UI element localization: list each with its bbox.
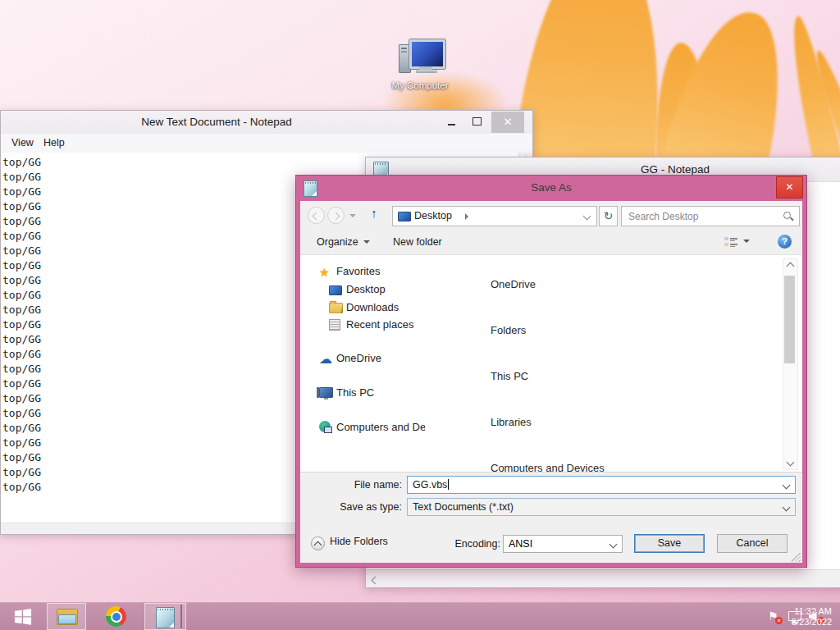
encoding-dropdown-icon[interactable] — [609, 541, 618, 549]
action-center-flag-icon[interactable]: ⚑ — [768, 609, 778, 623]
file-browser-body: ★Favorites Desktop Downloads Recent plac… — [300, 254, 802, 472]
new-folder-button[interactable]: New folder — [393, 236, 442, 248]
downloads-icon — [329, 303, 343, 313]
clock-date: 5/23/2022 — [792, 617, 832, 628]
breadcrumb-chevron-icon[interactable] — [465, 213, 468, 220]
group-computers-devices[interactable]: Computers and Devices — [491, 462, 605, 472]
group-onedrive[interactable]: OneDrive — [491, 278, 536, 290]
clock-time: 11:32 AM — [792, 606, 832, 617]
address-dropdown-icon[interactable] — [583, 212, 591, 221]
save-as-dialog: Save As ↑ Desktop ↻ Organize New folder — [295, 175, 807, 568]
monitor-icon — [329, 285, 342, 295]
file-name-label: File name: — [300, 479, 402, 491]
group-folders[interactable]: Folders — [491, 324, 526, 336]
search-icon — [783, 212, 793, 221]
windows-logo-icon — [14, 608, 32, 626]
taskbar-clock[interactable]: 11:32 AM 5/23/2022 — [792, 606, 832, 628]
views-icon[interactable] — [724, 236, 737, 247]
history-dropdown-icon[interactable] — [349, 214, 356, 217]
notepad-taskbar-button[interactable] — [144, 603, 186, 630]
nav-favorites[interactable]: ★Favorites — [319, 265, 332, 278]
up-one-level-button[interactable]: ↑ — [366, 206, 382, 224]
my-computer-label: My Computer — [387, 80, 453, 90]
error-badge-icon — [775, 617, 783, 624]
nav-this-pc[interactable]: This PC — [319, 386, 333, 399]
refresh-button[interactable]: ↻ — [599, 206, 618, 226]
forward-button[interactable] — [327, 207, 345, 224]
menubar: View Help — [1, 134, 532, 153]
maximize-button[interactable] — [466, 111, 488, 133]
address-bar[interactable]: Desktop — [392, 206, 597, 226]
close-button[interactable] — [491, 112, 524, 133]
scroll-left-icon — [371, 577, 379, 585]
cloud-icon: ☁ — [319, 354, 332, 365]
computer-icon — [398, 39, 442, 75]
save-as-type-select[interactable]: Text Documents (*.txt) — [407, 498, 796, 516]
type-dropdown-icon[interactable] — [783, 504, 791, 512]
collapse-arrow-icon — [311, 536, 325, 550]
file-name-dropdown-icon[interactable] — [783, 482, 791, 490]
views-dropdown-icon[interactable] — [743, 240, 750, 243]
horizontal-scrollbar[interactable] — [366, 569, 840, 587]
window-title: GG - Notepad — [366, 163, 840, 176]
breadcrumb[interactable]: Desktop — [414, 210, 452, 221]
group-this-pc[interactable]: This PC — [491, 370, 528, 382]
encoding-label: Encoding: — [423, 538, 500, 550]
cancel-button[interactable]: Cancel — [717, 534, 788, 553]
scroll-down-icon[interactable] — [787, 459, 795, 467]
list-scrollbar[interactable] — [783, 258, 798, 470]
forward-icon — [332, 212, 340, 221]
search-box[interactable] — [621, 206, 800, 226]
organize-dropdown-icon — [363, 240, 370, 244]
scrollbar-thumb[interactable] — [784, 276, 795, 363]
organize-button[interactable]: Organize — [317, 236, 370, 248]
dialog-close-button[interactable] — [776, 176, 803, 199]
dialog-title: Save As — [296, 181, 806, 194]
text-caret — [448, 479, 449, 490]
chrome-taskbar-button[interactable] — [96, 603, 137, 630]
nav-onedrive[interactable]: ☁OneDrive — [319, 352, 332, 365]
dialog-client-area: ↑ Desktop ↻ Organize New folder ★Favorit… — [300, 201, 802, 563]
back-icon — [313, 212, 321, 221]
folder-icon — [57, 609, 78, 625]
nav-recent-places[interactable]: Recent places — [329, 318, 340, 331]
start-button[interactable] — [0, 603, 47, 630]
encoding-select[interactable]: ANSI — [503, 535, 623, 553]
save-as-type-label: Save as type: — [300, 501, 402, 513]
dialog-toolbar: Organize New folder — [300, 232, 802, 254]
scroll-left-button[interactable] — [368, 572, 382, 585]
group-libraries[interactable]: Libraries — [491, 416, 532, 428]
nav-desktop[interactable]: Desktop — [329, 283, 342, 296]
hide-folders-button[interactable]: Hide Folders — [311, 536, 388, 550]
chrome-icon — [106, 606, 126, 627]
notepad-icon — [156, 607, 175, 628]
stacked-windows-indicator — [180, 605, 182, 628]
file-name-input[interactable]: GG.vbs — [407, 476, 796, 494]
my-computer-desktop-icon[interactable]: My Computer — [387, 39, 453, 90]
back-button[interactable] — [308, 207, 325, 224]
titlebar[interactable]: New Text Document - Notepad — [1, 111, 532, 135]
nav-downloads[interactable]: Downloads — [329, 301, 343, 314]
window-title: New Text Document - Notepad — [1, 116, 432, 128]
scroll-up-icon[interactable] — [787, 262, 795, 271]
search-input[interactable] — [627, 208, 778, 225]
menu-help[interactable]: Help — [43, 137, 65, 148]
file-explorer-taskbar-button[interactable] — [47, 603, 86, 630]
minimize-button[interactable] — [441, 111, 463, 133]
devices-icon — [319, 421, 331, 432]
dialog-titlebar[interactable]: Save As — [296, 176, 806, 201]
recent-places-icon — [329, 319, 340, 331]
taskbar: ⚑ 11:32 AM 5/23/2022 — [0, 602, 840, 630]
star-icon: ★ — [319, 267, 332, 278]
desktop-location-icon — [398, 212, 411, 221]
resize-grip[interactable] — [792, 553, 801, 562]
save-button[interactable]: Save — [634, 534, 705, 553]
help-icon[interactable] — [778, 235, 792, 249]
menu-view[interactable]: View — [11, 137, 34, 148]
nav-computers-and-devices[interactable]: Computers and Devices — [319, 421, 331, 433]
pc-icon — [319, 387, 333, 398]
